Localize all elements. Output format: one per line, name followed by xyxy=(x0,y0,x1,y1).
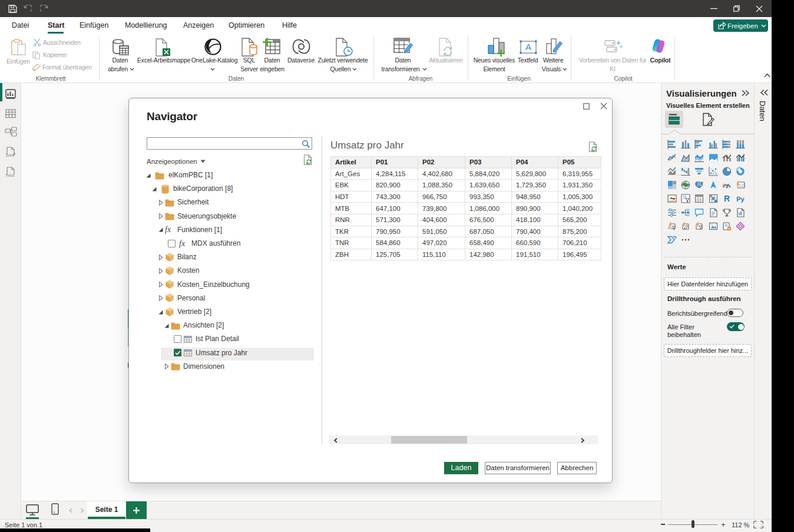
svg-text:R: R xyxy=(724,194,730,203)
svg-text:DAX: DAX xyxy=(6,153,14,157)
svg-text:TMDL: TMDL xyxy=(5,174,15,177)
svg-text:Py: Py xyxy=(736,196,745,203)
svg-text:A: A xyxy=(525,42,531,52)
